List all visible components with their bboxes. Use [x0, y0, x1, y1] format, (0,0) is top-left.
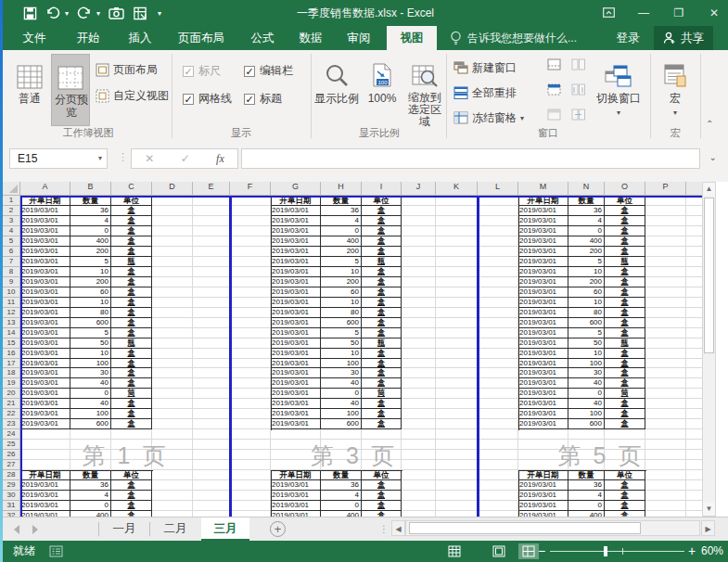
share-button[interactable]: 共享: [654, 26, 713, 50]
cell-E5[interactable]: [193, 236, 230, 247]
add-sheet-icon[interactable]: +: [270, 521, 286, 537]
tell-me-box[interactable]: 告诉我您想要做什么...: [450, 26, 577, 50]
formula-bar-checkbox[interactable]: ✓ 编辑栏: [244, 63, 293, 79]
page-break-line-before-L[interactable]: [477, 196, 479, 517]
cell-D22[interactable]: [152, 409, 193, 419]
cell-F20[interactable]: [230, 389, 271, 399]
zoom-slider-track[interactable]: [550, 551, 684, 552]
cell-D30[interactable]: [152, 491, 193, 501]
synchronous-scrolling-button[interactable]: [568, 80, 587, 98]
row-header-24[interactable]: 24: [3, 429, 20, 440]
cell-partial-13[interactable]: [686, 318, 702, 328]
cell-D8[interactable]: [152, 267, 193, 277]
cell-L30[interactable]: [478, 491, 518, 501]
zoom-button[interactable]: 显示比例: [313, 54, 361, 126]
cell-E10[interactable]: [193, 287, 230, 298]
name-box-dropdown-icon[interactable]: ▾: [98, 149, 102, 168]
cell-P22[interactable]: [645, 409, 686, 419]
cell-E7[interactable]: [193, 257, 230, 267]
cell-E25[interactable]: [193, 440, 230, 450]
cell-D10[interactable]: [152, 287, 193, 298]
column-header-O[interactable]: O: [605, 182, 645, 196]
cell-J31[interactable]: [402, 501, 436, 511]
row-header-29[interactable]: 29: [3, 480, 20, 491]
formula-bar-splitter[interactable]: ⋮: [118, 151, 128, 163]
ribbon-tab-formulas[interactable]: 公式: [240, 26, 285, 50]
row-header-9[interactable]: 9: [3, 277, 20, 287]
cell-E31[interactable]: [193, 501, 230, 511]
cell-E6[interactable]: [193, 247, 230, 257]
cell-K4[interactable]: [436, 226, 478, 236]
cell-K31[interactable]: [436, 501, 478, 511]
ribbon-tab-home[interactable]: 开始: [66, 26, 110, 50]
zoom-out-icon[interactable]: −: [538, 541, 545, 562]
cell-D6[interactable]: [152, 247, 193, 257]
cell-L9[interactable]: [478, 277, 518, 287]
column-header-H[interactable]: H: [321, 182, 362, 196]
ribbon-tab-insert[interactable]: 插入: [118, 26, 162, 50]
cell-E23[interactable]: [193, 419, 230, 429]
cell-K24[interactable]: [436, 429, 478, 440]
cell-partial-20[interactable]: [686, 389, 702, 399]
cell-J8[interactable]: [402, 267, 436, 277]
cell-K22[interactable]: [436, 409, 478, 419]
column-header-D[interactable]: D: [152, 182, 193, 196]
cell-J14[interactable]: [402, 328, 436, 338]
cell-L28[interactable]: [478, 470, 518, 480]
cell-F24[interactable]: [230, 429, 271, 440]
cell-D15[interactable]: [152, 338, 193, 349]
column-header-I[interactable]: I: [362, 182, 402, 196]
cell-D11[interactable]: [152, 298, 193, 308]
cell-F10[interactable]: [230, 287, 271, 298]
cell-D12[interactable]: [152, 308, 193, 318]
cell-F30[interactable]: [230, 491, 271, 501]
cell-partial-14[interactable]: [686, 328, 702, 338]
cell-J10[interactable]: [402, 287, 436, 298]
cell-E29[interactable]: [193, 480, 230, 491]
cell-P30[interactable]: [645, 491, 686, 501]
column-header-C[interactable]: C: [111, 182, 152, 196]
cell-J19[interactable]: [402, 378, 436, 389]
cell-L18[interactable]: [478, 368, 518, 378]
horizontal-scrollbar-splitter[interactable]: ⋮: [379, 524, 389, 534]
cell-partial-27[interactable]: [686, 460, 702, 470]
cell-partial-23[interactable]: [686, 419, 702, 429]
cell-D3[interactable]: [152, 216, 193, 226]
zoom-in-icon[interactable]: +: [688, 541, 696, 562]
cell-L31[interactable]: [478, 501, 518, 511]
cell-F21[interactable]: [230, 399, 271, 409]
cell-partial-26[interactable]: [686, 450, 702, 460]
cell-partial-5[interactable]: [686, 236, 702, 247]
cell-P13[interactable]: [645, 318, 686, 328]
column-header-A[interactable]: A: [20, 182, 70, 196]
cell-L8[interactable]: [478, 267, 518, 277]
column-header-B[interactable]: B: [70, 182, 111, 196]
cell-M24[interactable]: [518, 429, 568, 440]
cell-F11[interactable]: [230, 298, 271, 308]
ribbon-tab-page-layout[interactable]: 页面布局: [168, 26, 235, 50]
cell-K17[interactable]: [436, 359, 478, 369]
row-header-28[interactable]: 28: [3, 470, 20, 480]
row-header-7[interactable]: 7: [3, 257, 20, 267]
row-header-19[interactable]: 19: [3, 378, 20, 389]
column-header-F[interactable]: F: [230, 182, 271, 196]
cell-K19[interactable]: [436, 378, 478, 389]
cell-F13[interactable]: [230, 318, 271, 328]
cell-F2[interactable]: [230, 206, 271, 216]
cell-P24[interactable]: [645, 429, 686, 440]
cell-P6[interactable]: [645, 247, 686, 257]
scroll-down-icon[interactable]: ▼: [703, 503, 715, 516]
insert-function-icon[interactable]: fx: [216, 152, 224, 166]
ribbon-tab-view[interactable]: 视图: [387, 26, 437, 50]
zoom-100-button[interactable]: 100 100%: [364, 54, 400, 126]
cell-P15[interactable]: [645, 338, 686, 349]
scroll-right-icon[interactable]: ▶: [701, 520, 715, 536]
cell-E21[interactable]: [193, 399, 230, 409]
cell-P27[interactable]: [645, 460, 686, 470]
cell-D23[interactable]: [152, 419, 193, 429]
cell-P17[interactable]: [645, 359, 686, 369]
cell-partial-29[interactable]: [686, 480, 702, 491]
cell-E2[interactable]: [193, 206, 230, 216]
cell-P2[interactable]: [645, 206, 686, 216]
cell-K10[interactable]: [436, 287, 478, 298]
